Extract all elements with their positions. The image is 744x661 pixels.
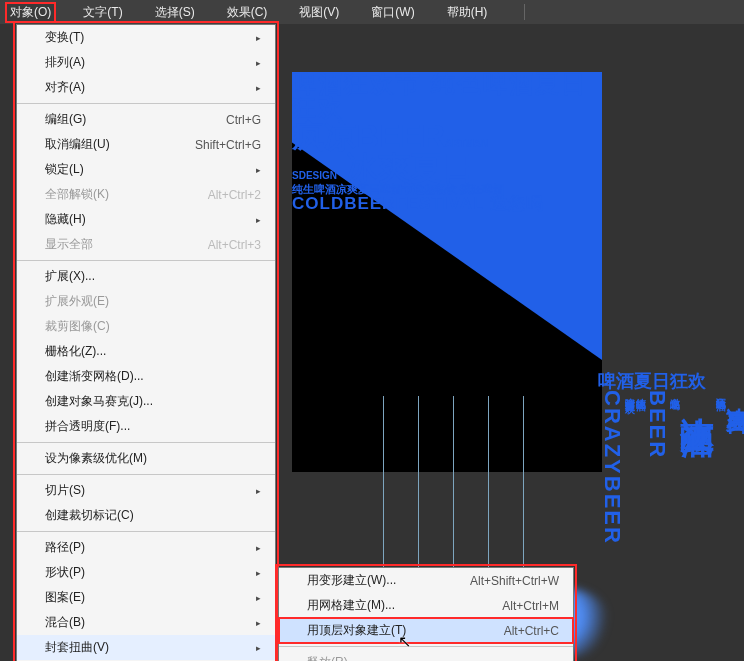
- dropdown-object-menu: 变换(T)▸ 排列(A)▸ 对齐(A)▸ 编组(G)Ctrl+G 取消编组(U)…: [16, 24, 276, 661]
- menu-item-transform[interactable]: 变换(T)▸: [17, 25, 275, 50]
- menu-item-shape[interactable]: 形状(P)▸: [17, 560, 275, 585]
- menu-item-crop-image: 裁剪图像(C): [17, 314, 275, 339]
- menu-item-align[interactable]: 对齐(A)▸: [17, 75, 275, 100]
- canvas[interactable]: 啤酒狂欢节 纯色啤酒夏日狂欢 疯凉BEERARTMANSDESIGN 冰爽夏日 …: [278, 24, 744, 661]
- submenu-item-make-with-top-object[interactable]: 用顶层对象建立(T)Alt+Ctrl+C: [279, 618, 573, 643]
- chevron-right-icon: ▸: [256, 486, 261, 496]
- menu-top-select[interactable]: 选择(S): [150, 2, 200, 23]
- menu-item-path[interactable]: 路径(P)▸: [17, 535, 275, 560]
- menu-item-group[interactable]: 编组(G)Ctrl+G: [17, 107, 275, 132]
- submenu-envelope-distort: 用变形建立(W)...Alt+Shift+Ctrl+W 用网格建立(M)...A…: [278, 567, 574, 661]
- menu-top-window[interactable]: 窗口(W): [366, 2, 419, 23]
- menu-item-unlock-all: 全部解锁(K)Alt+Ctrl+2: [17, 182, 275, 207]
- menu-item-hide[interactable]: 隐藏(H)▸: [17, 207, 275, 232]
- chevron-right-icon: ▸: [256, 593, 261, 603]
- chevron-right-icon: ▸: [256, 83, 261, 93]
- submenu-item-make-with-mesh[interactable]: 用网格建立(M)...Alt+Ctrl+M: [279, 593, 573, 618]
- menu-item-expand[interactable]: 扩展(X)...: [17, 264, 275, 289]
- menu-item-show-all: 显示全部Alt+Ctrl+3: [17, 232, 275, 257]
- chevron-right-icon: ▸: [256, 543, 261, 553]
- chevron-right-icon: ▸: [256, 643, 261, 653]
- mouse-cursor-icon: ↖: [398, 632, 411, 651]
- chevron-right-icon: ▸: [256, 215, 261, 225]
- chevron-right-icon: ▸: [256, 568, 261, 578]
- menu-top-effect[interactable]: 效果(C): [222, 2, 273, 23]
- menu-item-slice[interactable]: 切片(S)▸: [17, 478, 275, 503]
- menu-item-lock[interactable]: 锁定(L)▸: [17, 157, 275, 182]
- menu-item-rasterize[interactable]: 栅格化(Z)...: [17, 339, 275, 364]
- menu-item-gradient-mesh[interactable]: 创建渐变网格(D)...: [17, 364, 275, 389]
- menu-item-expand-appearance: 扩展外观(E): [17, 289, 275, 314]
- menu-top-type[interactable]: 文字(T): [78, 2, 127, 23]
- chevron-right-icon: ▸: [256, 618, 261, 628]
- menu-item-pattern[interactable]: 图案(E)▸: [17, 585, 275, 610]
- menu-item-ungroup[interactable]: 取消编组(U)Shift+Ctrl+G: [17, 132, 275, 157]
- artwork-copy-text: 啤酒夏日狂欢 冰爽夏日 疯狂啤酒 冰爽啤酒 邀您喝 BEER 纯生啤酒 啤酒节夏…: [598, 372, 744, 612]
- menu-item-flatten-transparency[interactable]: 拼合透明度(F)...: [17, 414, 275, 439]
- chevron-right-icon: ▸: [256, 165, 261, 175]
- submenu-item-make-with-warp[interactable]: 用变形建立(W)...Alt+Shift+Ctrl+W: [279, 568, 573, 593]
- menu-item-pixel-perfect[interactable]: 设为像素级优化(M): [17, 446, 275, 471]
- menu-item-object-mosaic[interactable]: 创建对象马赛克(J)...: [17, 389, 275, 414]
- menubar: 对象(O) 文字(T) 选择(S) 效果(C) 视图(V) 窗口(W) 帮助(H…: [0, 0, 744, 24]
- menu-top-view[interactable]: 视图(V): [294, 2, 344, 23]
- menu-item-arrange[interactable]: 排列(A)▸: [17, 50, 275, 75]
- chevron-right-icon: ▸: [256, 58, 261, 68]
- chevron-right-icon: ▸: [256, 33, 261, 43]
- menubar-divider: [524, 4, 525, 20]
- menu-top-object[interactable]: 对象(O): [5, 2, 56, 23]
- submenu-item-release: 释放(R): [279, 650, 573, 661]
- menu-item-crop-marks[interactable]: 创建裁切标记(C): [17, 503, 275, 528]
- menu-item-blend[interactable]: 混合(B)▸: [17, 610, 275, 635]
- menu-item-envelope-distort[interactable]: 封套扭曲(V)▸: [17, 635, 275, 660]
- artwork-title-text: 啤酒狂欢节 纯色啤酒夏日狂欢 疯凉BEERARTMANSDESIGN 冰爽夏日 …: [292, 72, 604, 212]
- menu-top-help[interactable]: 帮助(H): [442, 2, 493, 23]
